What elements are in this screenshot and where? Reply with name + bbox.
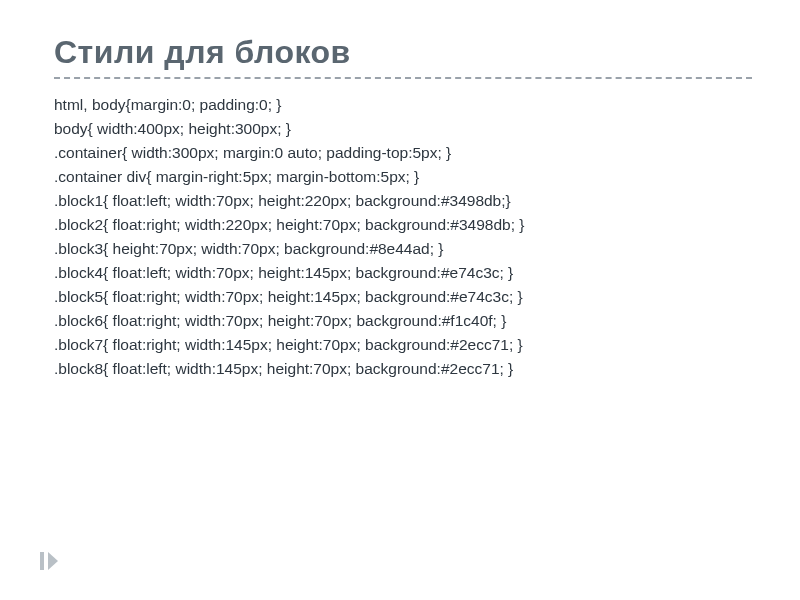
code-line: .block7{ float:right; width:145px; heigh…	[54, 336, 523, 353]
marker-bar	[40, 552, 44, 570]
code-line: body{ width:400px; height:300px; }	[54, 120, 291, 137]
slide: Стили для блоков html, body{margin:0; pa…	[0, 0, 800, 600]
code-line: .block3{ height:70px; width:70px; backgr…	[54, 240, 444, 257]
slide-title: Стили для блоков	[54, 34, 752, 71]
code-line: .block1{ float:left; width:70px; height:…	[54, 192, 511, 209]
marker-triangle	[48, 552, 58, 570]
code-line: .container{ width:300px; margin:0 auto; …	[54, 144, 451, 161]
code-line: html, body{margin:0; padding:0; }	[54, 96, 281, 113]
code-line: .block4{ float:left; width:70px; height:…	[54, 264, 513, 281]
css-code-block: html, body{margin:0; padding:0; } body{ …	[54, 93, 752, 381]
title-divider	[54, 77, 752, 79]
code-line: .block2{ float:right; width:220px; heigh…	[54, 216, 525, 233]
code-line: .block6{ float:right; width:70px; height…	[54, 312, 506, 329]
slide-marker-icon	[40, 552, 58, 570]
code-line: .block8{ float:left; width:145px; height…	[54, 360, 513, 377]
code-line: .container div{ margin-right:5px; margin…	[54, 168, 419, 185]
code-line: .block5{ float:right; width:70px; height…	[54, 288, 523, 305]
